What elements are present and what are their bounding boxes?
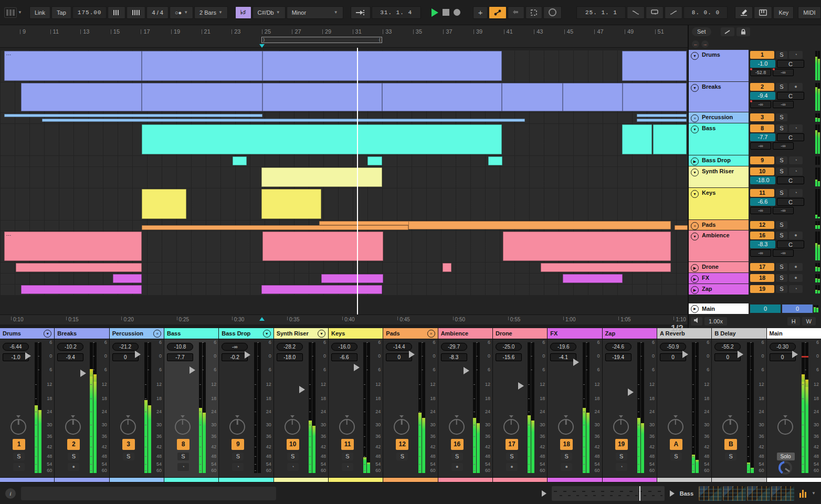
fader-handle[interactable] [25,352,31,360]
punch-in-button[interactable] [627,6,645,19]
freeze-icon[interactable]: ◔ [177,463,189,471]
solo-button[interactable]: S [287,453,299,460]
fader-handle[interactable] [682,351,688,358]
lock-envelopes-button[interactable] [736,27,750,36]
track-lane-bass-drop[interactable] [0,156,688,166]
fader-handle[interactable] [135,351,141,358]
track-volume-field[interactable]: -6.6 [750,198,775,206]
clip[interactable] [233,156,247,165]
solo-button[interactable]: S [776,285,787,293]
loop-switch-button[interactable] [646,6,664,19]
solo-button[interactable]: S [616,453,627,460]
metronome-button[interactable]: ○●▼ [170,6,193,19]
peak-level-display[interactable]: -∞ [222,343,248,351]
track-header-bass[interactable]: ▼Bass8S◔-7.7C-∞-∞ [689,123,821,155]
clip[interactable] [653,124,687,154]
solo-button[interactable]: S [776,263,787,271]
insert-marker-button[interactable]: + [473,6,488,19]
solo-button[interactable]: S [13,453,25,460]
track-volume-field[interactable]: -1.0 [750,60,775,68]
solo-button[interactable]: S [342,453,353,460]
freeze-icon[interactable]: ◔ [616,463,627,471]
track-header-percussion[interactable]: ≡Percussion3S [689,112,821,123]
track-number-button[interactable]: A [670,439,682,450]
track-name-area[interactable]: ▼Bass [689,123,749,155]
device-chain-thumbnail[interactable] [747,486,770,501]
send-field[interactable]: -∞ [750,101,771,108]
solo-button[interactable]: S [670,453,682,460]
track-name-area[interactable]: ▼Ambience [689,230,749,261]
clip[interactable] [367,156,382,165]
clip[interactable] [142,124,502,154]
solo-button[interactable]: S [776,167,787,175]
track-number-button[interactable]: 1 [13,439,25,450]
computer-midi-keyboard-button[interactable] [754,6,772,19]
track-name-area[interactable]: ▼Breaks [689,82,749,112]
capture-midi-button[interactable] [525,6,542,19]
pan-knob[interactable] [668,419,683,435]
track-lane-drums[interactable]: ... [0,50,688,82]
volume-field[interactable]: -6.6 [331,353,357,361]
mixer-strip-header[interactable]: Breaks [55,328,109,339]
clip[interactable] [262,51,502,81]
arm-button[interactable]: 9 [750,156,774,164]
track-volume-field[interactable]: -8.3 [750,240,775,248]
arm-button[interactable]: 17 [750,263,774,271]
play-icon[interactable]: ▶ [691,286,699,294]
fader-handle[interactable] [738,351,743,358]
arrangement-position-field[interactable]: 31. 1. 4 [372,6,421,19]
track-name-area[interactable]: ▶Drone [689,262,749,272]
track-lane-ambience[interactable]: ... [0,231,688,262]
track-lane-zap[interactable] [0,285,688,295]
clip[interactable] [142,51,262,81]
pan-knob[interactable] [558,419,574,435]
set-marker-button[interactable]: Set [692,27,711,36]
clip[interactable] [142,83,262,111]
scale-mode-button[interactable]: ♭♯ [235,6,251,19]
metronome-caret-icon[interactable]: ▼ [184,10,188,15]
fader-handle[interactable] [354,364,360,371]
stop-button[interactable] [443,9,449,16]
audition-icon[interactable] [691,317,702,326]
arrangement-loop-brace[interactable]: ⟩⟨ [261,37,382,43]
main-volume-field[interactable]: 0 [750,304,781,313]
clip[interactable] [488,156,502,165]
fader-handle[interactable] [80,370,86,377]
clip[interactable] [21,83,142,111]
freeze-icon[interactable]: ◔ [789,51,803,59]
volume-field[interactable]: -7.7 [167,353,193,361]
arm-button[interactable]: 11 [750,189,774,197]
track-header-fx[interactable]: ▶FX18S● [689,273,821,284]
fold-icon[interactable]: ▼ [263,330,271,338]
track-name-area[interactable]: ▼Keys [689,188,749,219]
record-icon[interactable]: ● [789,274,803,282]
solo-button[interactable]: Solo [777,453,795,460]
key-scale-caret-icon[interactable]: ▼ [334,10,338,15]
clip[interactable] [4,114,262,117]
track-pan-field[interactable]: C [777,198,804,206]
arm-button[interactable]: 19 [750,285,774,293]
insert-marker-icon[interactable] [259,44,265,48]
mixer-strip-header[interactable]: Bass Drop▼ [219,328,273,339]
follow-button[interactable] [351,6,371,19]
send-field[interactable]: -∞ [773,249,794,257]
track-lane-bass[interactable] [0,124,688,155]
track-lane-pads[interactable] [0,220,688,230]
track-volume-field[interactable]: -9.4 [750,92,775,100]
peak-level-display[interactable]: -10.8 [167,343,193,351]
track-header-ambience[interactable]: ▼Ambience16S●-8.3C-∞-∞ [689,230,821,261]
reenable-automation-button[interactable] [508,6,524,19]
send-field[interactable]: -∞ [773,207,794,214]
clip[interactable] [16,263,142,272]
fold-icon[interactable]: ▼ [44,330,51,338]
view-selector-caret-icon[interactable]: ▼ [18,10,22,15]
zoom-height-button[interactable]: H [787,317,800,326]
peak-level-display[interactable]: -6.44 [3,343,29,351]
solo-button[interactable]: S [123,453,134,460]
solo-button[interactable]: S [776,232,787,239]
view-selector-icon[interactable] [4,7,17,18]
freeze-icon[interactable]: ◔ [287,463,299,471]
volume-field[interactable]: -18.0 [277,353,303,361]
output-meter-icon[interactable] [799,489,806,498]
clip[interactable] [42,119,525,122]
